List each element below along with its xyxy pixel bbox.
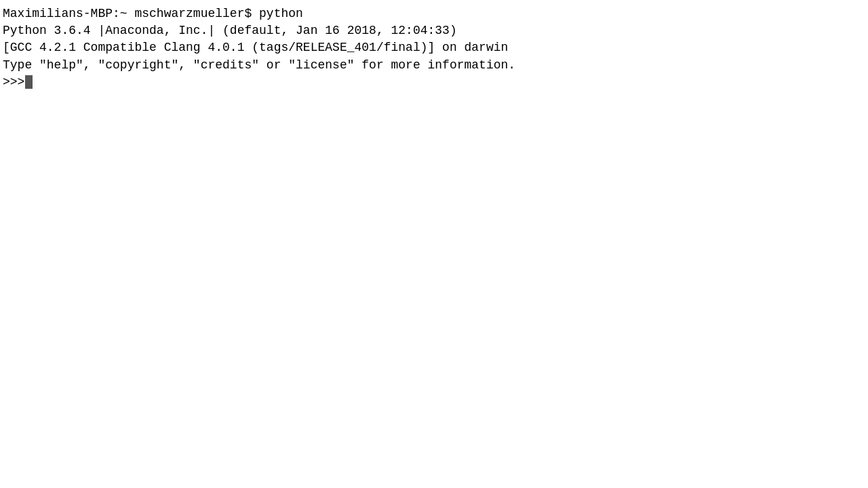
python-version-line: Python 3.6.4 |Anaconda, Inc.| (default, … <box>3 22 865 39</box>
prompt-symbol: >>> <box>3 74 24 91</box>
gcc-info-line: [GCC 4.2.1 Compatible Clang 4.0.1 (tags/… <box>3 39 865 56</box>
shell-prompt-line: Maximilians-MBP:~ mschwarzmueller$ pytho… <box>3 5 865 22</box>
cursor-block <box>25 75 33 89</box>
terminal-window[interactable]: Maximilians-MBP:~ mschwarzmueller$ pytho… <box>0 0 868 488</box>
type-help-line: Type "help", "copyright", "credits" or "… <box>3 57 865 74</box>
interactive-prompt-line[interactable]: >>> <box>3 74 865 91</box>
